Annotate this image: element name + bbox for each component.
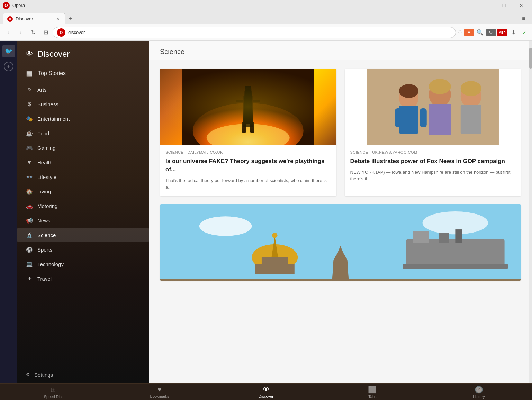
scrollbar[interactable] <box>529 41 532 383</box>
sidebar-item-gaming[interactable]: 🎮 Gaming <box>17 140 149 155</box>
sidebar-item-travel[interactable]: ✈ Travel <box>17 271 149 286</box>
history-icon: 🕐 <box>475 385 483 394</box>
speed-dial-label: Speed Dial <box>44 394 63 399</box>
sidebar-item-business[interactable]: $ Business <box>17 97 149 111</box>
svg-point-19 <box>399 84 418 98</box>
health-icon: ♥ <box>26 158 33 166</box>
bottom-bar-bookmarks[interactable]: ♥ Bookmarks <box>106 384 213 400</box>
svg-rect-33 <box>455 229 462 243</box>
sidebar-item-motoring[interactable]: 🚗 Motoring <box>17 199 149 213</box>
svg-rect-6 <box>253 100 260 102</box>
close-button[interactable]: ✕ <box>513 0 529 11</box>
business-icon: $ <box>26 100 33 108</box>
address-bar[interactable]: O discover <box>53 27 456 38</box>
svg-rect-7 <box>242 122 246 133</box>
sidebar-item-entertainment[interactable]: 🎭 Entertainment <box>17 111 149 126</box>
shield-extension-button[interactable]: 🛡 <box>486 29 496 36</box>
sidebar-left: 🐦 + <box>0 41 17 383</box>
settings-label: Settings <box>34 372 53 378</box>
discover-title: Discover <box>37 49 70 59</box>
svg-rect-27 <box>255 264 295 273</box>
article-title-2: Debate illustrates power of Fox News in … <box>350 157 516 165</box>
twitter-sidebar-icon[interactable]: 🐦 <box>2 45 15 57</box>
svg-rect-3 <box>243 96 253 124</box>
living-icon: 🏠 <box>26 188 33 195</box>
security-button[interactable]: ✓ <box>520 29 529 36</box>
tab-bar: O Discover ✕ + ≡ <box>0 11 532 24</box>
article-title-1: Is our universe FAKE? Theory suggests we… <box>165 157 331 174</box>
nav-bar: ‹ › ↻ ⊞ O discover ♡ ✱ 🔍 🛡 ABP ⬇ ✓ <box>0 24 532 41</box>
window-controls: ─ □ ✕ <box>479 0 529 11</box>
download-button[interactable]: ⬇ <box>508 29 518 36</box>
lifestyle-label: Lifestyle <box>37 174 56 180</box>
news-label: News <box>37 218 51 224</box>
bottom-bar-discover[interactable]: 👁 Discover <box>213 384 319 400</box>
settings-item[interactable]: ⚙ Settings <box>17 367 149 383</box>
bookmarks-icon: ♥ <box>157 385 162 393</box>
section-title: Science <box>160 48 184 55</box>
discover-icon: 👁 <box>263 385 270 393</box>
bottom-bar-history[interactable]: 🕐 History <box>426 384 532 400</box>
lifestyle-icon: 👓 <box>26 173 33 181</box>
opera-icon[interactable]: O <box>57 28 65 37</box>
sidebar-item-food[interactable]: ☕ Food <box>17 126 149 140</box>
bottom-bar-tabs[interactable]: ⬜ Tabs <box>319 384 425 400</box>
sidebar-item-news[interactable]: 📢 News <box>17 213 149 228</box>
svg-rect-0 <box>182 69 314 145</box>
minimize-button[interactable]: ─ <box>479 0 495 11</box>
abp-extension-button[interactable]: ABP <box>497 29 507 36</box>
bottom-bar-speed-dial[interactable]: ⊞ Speed Dial <box>0 384 106 400</box>
travel-label: Travel <box>37 276 52 282</box>
back-button[interactable]: ‹ <box>3 27 14 38</box>
active-tab[interactable]: O Discover ✕ <box>3 13 65 24</box>
article-source-2: SCIENCE - UK.NEWS.YAHOO.COM <box>350 150 516 154</box>
title-bar: O Opera ─ □ ✕ <box>0 0 532 11</box>
svg-point-29 <box>272 233 277 238</box>
sidebar-item-lifestyle[interactable]: 👓 Lifestyle <box>17 170 149 184</box>
technology-icon: 💻 <box>26 260 33 268</box>
svg-rect-34 <box>403 264 508 269</box>
business-label: Business <box>37 101 58 107</box>
sidebar-item-sports[interactable]: ⚽ Sports <box>17 242 149 257</box>
home-button[interactable]: ⊞ <box>40 27 51 38</box>
svg-rect-8 <box>250 122 254 133</box>
svg-rect-32 <box>439 233 449 242</box>
sidebar-item-health[interactable]: ♥ Health <box>17 155 149 170</box>
health-label: Health <box>37 160 52 165</box>
sidebar-item-arts[interactable]: ✎ Arts <box>17 82 149 97</box>
svg-rect-14 <box>420 108 426 127</box>
heart-button[interactable]: ♡ <box>457 29 463 36</box>
sidebar-item-science[interactable]: 🔬 Science <box>17 228 149 242</box>
svg-point-21 <box>460 81 481 96</box>
speed-dial-icon: ⊞ <box>50 385 56 394</box>
reload-button[interactable]: ↻ <box>28 27 39 38</box>
scrollbar-thumb[interactable] <box>529 48 532 69</box>
arts-label: Arts <box>37 87 47 93</box>
bottom-article[interactable] <box>160 204 521 281</box>
add-sidebar-button[interactable]: + <box>4 62 13 71</box>
travel-icon: ✈ <box>26 275 33 282</box>
gaming-icon: 🎮 <box>26 144 33 152</box>
svg-rect-30 <box>406 239 504 265</box>
svg-point-4 <box>244 89 252 98</box>
maximize-button[interactable]: □ <box>496 0 512 11</box>
svg-rect-5 <box>236 100 243 102</box>
sidebar-item-technology[interactable]: 💻 Technology <box>17 257 149 271</box>
tabs-icon: ⬜ <box>368 385 377 394</box>
app-container: 🐦 + 👁 Discover ▦ Top Stories ✎ Arts $ Bu… <box>0 41 532 383</box>
arts-icon: ✎ <box>26 86 33 93</box>
search-extension-button[interactable]: 🔍 <box>475 29 485 36</box>
tabs-label: Tabs <box>368 394 376 399</box>
forward-button[interactable]: › <box>15 27 26 38</box>
tab-menu-button[interactable]: ≡ <box>518 13 529 24</box>
article-card-1[interactable]: SCIENCE - DAILYMAIL.CO.UK Is our univers… <box>160 69 336 196</box>
star-extension-button[interactable]: ✱ <box>464 29 474 36</box>
discover-label: Discover <box>259 394 273 398</box>
sidebar-item-top-stories[interactable]: ▦ Top Stories <box>17 64 149 82</box>
sidebar-item-living[interactable]: 🏠 Living <box>17 184 149 199</box>
svg-rect-31 <box>413 231 429 242</box>
new-tab-button[interactable]: + <box>65 13 76 24</box>
article-card-2[interactable]: SCIENCE - UK.NEWS.YAHOO.COM Debate illus… <box>345 69 521 196</box>
tab-close-button[interactable]: ✕ <box>55 16 61 22</box>
top-stories-icon: ▦ <box>24 69 34 78</box>
